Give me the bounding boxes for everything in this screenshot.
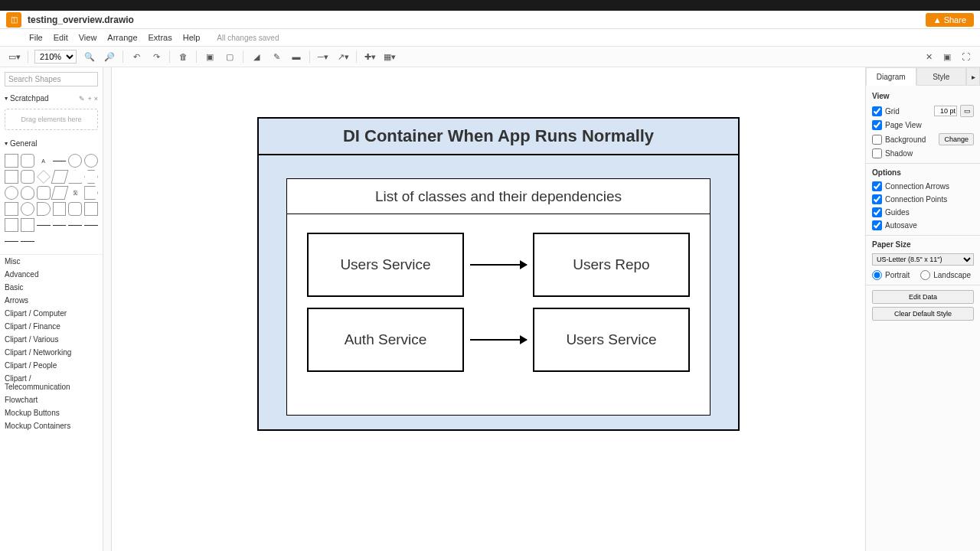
fill-color-icon[interactable]: ◢: [250, 50, 263, 64]
cat-clipart-telecom[interactable]: Clipart / Telecommunication: [0, 372, 103, 393]
shape-dotted[interactable]: [21, 234, 34, 248]
search-input[interactable]: Search Shapes: [5, 72, 98, 86]
grid-size-input[interactable]: [934, 106, 957, 116]
shape-ellipse[interactable]: [68, 154, 82, 168]
shape-rounded[interactable]: [21, 154, 34, 168]
shape-text[interactable]: A: [37, 154, 51, 168]
shape-arrow[interactable]: [68, 218, 82, 232]
scratchpad-add-icon[interactable]: +: [87, 95, 91, 103]
cat-advanced[interactable]: Advanced: [0, 268, 103, 281]
autosave-checkbox[interactable]: [872, 220, 882, 230]
shape-card[interactable]: [68, 202, 82, 216]
to-front-icon[interactable]: ▣: [203, 50, 217, 64]
connection-icon[interactable]: ─▾: [316, 50, 330, 64]
insert-icon[interactable]: ✚▾: [363, 50, 377, 64]
cat-basic[interactable]: Basic: [0, 281, 103, 294]
landscape-radio[interactable]: [920, 270, 930, 280]
inner-title[interactable]: List of classes and their dependencies: [287, 179, 710, 214]
redo-icon[interactable]: ↷: [149, 50, 163, 64]
cat-clipart-people[interactable]: Clipart / People: [0, 359, 103, 372]
shape-cloud[interactable]: [21, 186, 34, 200]
to-back-icon[interactable]: ▢: [223, 50, 237, 64]
shadow-icon[interactable]: ▬: [289, 50, 303, 64]
shape-datastore[interactable]: [53, 202, 67, 216]
collapse-icon[interactable]: ▣: [940, 50, 954, 64]
background-checkbox[interactable]: [872, 135, 882, 145]
conn-arrows-checkbox[interactable]: [872, 181, 882, 191]
shape-actor[interactable]: 웃: [68, 186, 82, 200]
cat-mockup-containers[interactable]: Mockup Containers: [0, 419, 103, 432]
shape-document[interactable]: [37, 186, 51, 200]
shape-tape[interactable]: [84, 202, 98, 216]
pageview-checkbox[interactable]: [872, 120, 882, 130]
zoom-select[interactable]: 210%: [34, 50, 77, 64]
shape-circle[interactable]: [84, 154, 98, 168]
shape-triangle[interactable]: [68, 170, 82, 184]
menu-view[interactable]: View: [79, 33, 97, 42]
di-container[interactable]: DI Container When App Runs Normally List…: [257, 117, 740, 431]
node-auth-service[interactable]: Auth Service: [307, 308, 464, 372]
menu-edit[interactable]: Edit: [54, 33, 68, 42]
menu-file[interactable]: File: [29, 33, 43, 42]
shape-data[interactable]: [51, 186, 68, 200]
menu-extras[interactable]: Extras: [149, 33, 172, 42]
grid-color-button[interactable]: ▭: [960, 105, 974, 117]
shape-process[interactable]: [21, 170, 34, 184]
cat-mockup-buttons[interactable]: Mockup Buttons: [0, 406, 103, 419]
shadow-checkbox[interactable]: [872, 148, 882, 158]
scratchpad-header[interactable]: Scratchpad ✎ + ×: [0, 91, 103, 106]
shape-cube[interactable]: [21, 218, 34, 232]
shape-biarrow[interactable]: [84, 218, 98, 232]
tab-style[interactable]: Style: [916, 67, 967, 86]
expand-icon[interactable]: ⛶: [959, 50, 972, 64]
shape-diamond[interactable]: [37, 170, 51, 184]
cat-clipart-various[interactable]: Clipart / Various: [0, 333, 103, 346]
class-list-container[interactable]: List of classes and their dependencies U…: [286, 178, 710, 416]
general-header[interactable]: General: [0, 136, 103, 151]
table-icon[interactable]: ▦▾: [383, 50, 397, 64]
cat-misc[interactable]: Misc: [0, 254, 103, 268]
undo-icon[interactable]: ↶: [129, 50, 143, 64]
shape-parallelogram[interactable]: [51, 170, 68, 184]
shape-note[interactable]: [5, 218, 18, 232]
shape-curve[interactable]: [5, 234, 18, 248]
cat-clipart-computer[interactable]: Clipart / Computer: [0, 307, 103, 320]
paper-size-select[interactable]: US-Letter (8.5" x 11"): [872, 253, 974, 266]
shape-cylinder[interactable]: [5, 186, 18, 200]
portrait-radio[interactable]: [872, 270, 882, 280]
shape-hexagon[interactable]: [84, 170, 98, 184]
cat-flowchart[interactable]: Flowchart: [0, 393, 103, 406]
zoom-out-icon[interactable]: 🔎: [103, 50, 116, 64]
shape-square[interactable]: [5, 170, 18, 184]
guides-checkbox[interactable]: [872, 207, 882, 217]
tab-diagram[interactable]: Diagram: [866, 67, 916, 86]
line-color-icon[interactable]: ✎: [270, 50, 283, 64]
container-title[interactable]: DI Container When App Runs Normally: [259, 119, 738, 155]
share-button[interactable]: ▲ Share: [926, 13, 974, 27]
waypoint-icon[interactable]: ↗▾: [336, 50, 350, 64]
shape-dashed[interactable]: [53, 218, 67, 232]
clear-style-button[interactable]: Clear Default Style: [872, 307, 974, 321]
menu-help[interactable]: Help: [183, 33, 201, 42]
scratchpad-dropzone[interactable]: Drag elements here: [5, 109, 98, 130]
conn-points-checkbox[interactable]: [872, 194, 882, 204]
shape-link[interactable]: [37, 218, 51, 232]
page-surface[interactable]: DI Container When App Runs Normally List…: [111, 67, 865, 551]
shape-and[interactable]: [37, 202, 51, 216]
zoom-in-icon[interactable]: 🔍: [83, 50, 96, 64]
shape-rect[interactable]: [5, 154, 18, 168]
edit-data-button[interactable]: Edit Data: [872, 290, 974, 304]
grid-checkbox[interactable]: [872, 106, 882, 116]
menu-arrange[interactable]: Arrange: [107, 33, 137, 42]
tab-collapse-icon[interactable]: ▸: [966, 67, 980, 86]
arrow-1[interactable]: [470, 264, 527, 266]
shape-callout[interactable]: [5, 202, 18, 216]
file-name[interactable]: testing_overview.drawio: [28, 15, 134, 25]
cat-arrows[interactable]: Arrows: [0, 294, 103, 307]
node-users-service[interactable]: Users Service: [307, 233, 464, 297]
cat-clipart-networking[interactable]: Clipart / Networking: [0, 346, 103, 359]
scratchpad-close-icon[interactable]: ×: [94, 95, 98, 103]
cat-clipart-finance[interactable]: Clipart / Finance: [0, 320, 103, 333]
delete-icon[interactable]: 🗑: [176, 50, 190, 64]
node-users-repo[interactable]: Users Repo: [533, 233, 690, 297]
